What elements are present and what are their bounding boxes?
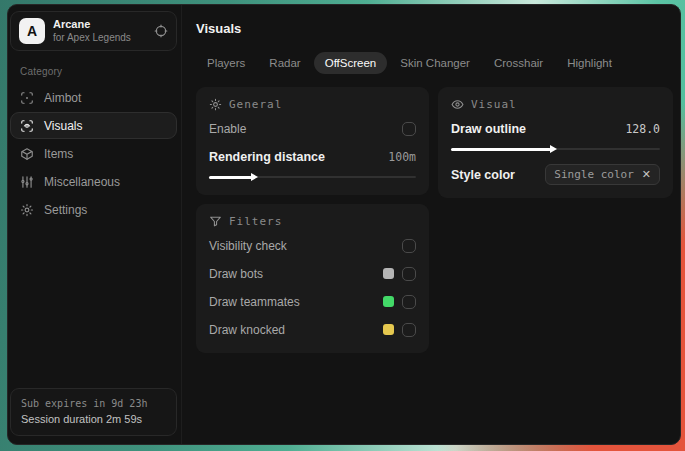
visual-panel: Visual Draw outline 128.0 Style color Si…: [438, 87, 673, 198]
scan-dot-icon: [20, 91, 34, 105]
category-label: Category: [20, 66, 177, 77]
tab-radar[interactable]: Radar: [258, 52, 311, 74]
slider-thumb[interactable]: [451, 148, 551, 151]
draw-knocked-color-swatch[interactable]: [383, 324, 394, 335]
sliders-icon: [20, 175, 34, 189]
style-color-selected-value: Single color: [554, 168, 633, 181]
sidebar-item-label: Visuals: [44, 119, 82, 133]
tab-offscreen[interactable]: OffScreen: [314, 52, 388, 74]
tab-skin-changer[interactable]: Skin Changer: [389, 52, 481, 74]
app-name: Arcane: [53, 18, 146, 32]
sidebar-item-visuals[interactable]: Visuals: [10, 112, 177, 139]
app-window: A Arcane for Apex Legends Category Aimbo…: [7, 4, 681, 445]
app-subtitle: for Apex Legends: [53, 32, 146, 45]
subscription-info-card: Sub expires in 9d 23h Session duration 2…: [10, 388, 177, 437]
filter-row: Draw knocked: [209, 319, 416, 340]
general-panel: General Enable Rendering distance 100m: [196, 87, 429, 195]
enable-checkbox[interactable]: [402, 122, 416, 136]
sub-expires-text: Sub expires in 9d 23h: [21, 396, 166, 411]
app-header-card: A Arcane for Apex Legends: [10, 11, 177, 51]
tab-crosshair[interactable]: Crosshair: [483, 52, 554, 74]
filter-row: Draw bots: [209, 263, 416, 284]
draw-teammates-color-swatch[interactable]: [383, 296, 394, 307]
sidebar-item-aimbot[interactable]: Aimbot: [10, 84, 177, 111]
tab-bar: Players Radar OffScreen Skin Changer Cro…: [196, 52, 673, 74]
app-logo: A: [19, 18, 45, 44]
filter-row: Visibility check: [209, 235, 416, 256]
tab-highlight[interactable]: Highlight: [556, 52, 623, 74]
crosshair-target-icon[interactable]: [154, 24, 168, 38]
draw-bots-checkbox[interactable]: [402, 267, 416, 281]
general-panel-title: General: [229, 98, 282, 111]
filters-panel: Filters Visibility check Draw bots: [196, 204, 429, 353]
filters-panel-title: Filters: [229, 215, 282, 228]
sidebar-item-label: Items: [44, 147, 73, 161]
cube-icon: [20, 147, 34, 161]
style-color-select[interactable]: Single color ✕: [545, 164, 660, 185]
draw-knocked-label: Draw knocked: [209, 323, 285, 337]
tab-players[interactable]: Players: [196, 52, 256, 74]
sidebar-item-miscellaneous[interactable]: Miscellaneous: [10, 168, 177, 195]
draw-teammates-checkbox[interactable]: [402, 295, 416, 309]
rendering-distance-value: 100m: [388, 150, 416, 164]
gear-icon: [20, 203, 34, 217]
panels-grid: General Enable Rendering distance 100m: [196, 87, 673, 353]
draw-bots-label: Draw bots: [209, 267, 263, 281]
sidebar-item-settings[interactable]: Settings: [10, 196, 177, 223]
clear-selection-icon[interactable]: ✕: [642, 169, 651, 180]
rendering-distance-label: Rendering distance: [209, 150, 325, 164]
draw-outline-slider[interactable]: [451, 144, 660, 154]
visibility-check-checkbox[interactable]: [402, 239, 416, 253]
sidebar-item-items[interactable]: Items: [10, 140, 177, 167]
page-title: Visuals: [196, 21, 673, 36]
visual-panel-title: Visual: [471, 98, 517, 111]
sidebar-item-label: Settings: [44, 203, 87, 217]
main-content: Visuals Players Radar OffScreen Skin Cha…: [181, 5, 681, 444]
sidebar-item-label: Miscellaneous: [44, 175, 120, 189]
draw-teammates-label: Draw teammates: [209, 295, 300, 309]
slider-thumb[interactable]: [209, 176, 252, 179]
rendering-distance-slider[interactable]: [209, 172, 416, 182]
enable-label: Enable: [209, 122, 246, 136]
draw-outline-value: 128.0: [625, 122, 660, 136]
visibility-check-label: Visibility check: [209, 239, 287, 253]
eye-icon: [451, 98, 464, 111]
draw-bots-color-swatch[interactable]: [383, 268, 394, 279]
sun-icon: [209, 98, 222, 111]
sidebar-item-label: Aimbot: [44, 91, 81, 105]
scan-eye-icon: [20, 119, 34, 133]
draw-knocked-checkbox[interactable]: [402, 323, 416, 337]
style-color-label: Style color: [451, 168, 515, 182]
funnel-icon: [209, 215, 222, 228]
filter-row: Draw teammates: [209, 291, 416, 312]
sidebar: A Arcane for Apex Legends Category Aimbo…: [8, 5, 181, 444]
draw-outline-label: Draw outline: [451, 122, 526, 136]
session-duration-text: Session duration 2m 59s: [21, 411, 166, 428]
